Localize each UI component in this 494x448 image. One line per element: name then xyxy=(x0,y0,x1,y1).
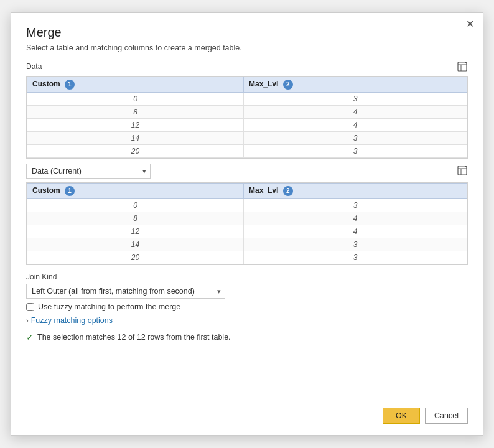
bottom-data-table: Custom 1 Max_Lvl 2 0384124143203 xyxy=(27,183,467,264)
table-cell: 3 xyxy=(243,145,467,158)
table-cell: 4 xyxy=(243,106,467,119)
top-data-table: Custom 1 Max_Lvl 2 0384124143203 xyxy=(27,77,467,158)
table-cell: 14 xyxy=(27,238,244,251)
footer-buttons: OK Cancel xyxy=(383,408,468,424)
join-kind-selector[interactable]: Left Outer (all from first, matching fro… xyxy=(26,284,225,299)
table-cell: 8 xyxy=(27,106,244,119)
bottom-table-icon[interactable] xyxy=(457,165,468,178)
bottom-table-section: Custom 1 Max_Lvl 2 0384124143203 xyxy=(26,182,468,265)
top-table-header-row: Custom 1 Max_Lvl 2 xyxy=(27,77,467,93)
table-cell: 3 xyxy=(243,132,467,145)
bottom-col1-header[interactable]: Custom 1 xyxy=(27,184,244,199)
table-cell: 20 xyxy=(27,145,244,158)
dialog-subtitle: Select a table and matching columns to c… xyxy=(26,44,468,52)
table-row: 203 xyxy=(27,145,467,158)
table-selector-wrapper: Data (Current) xyxy=(26,164,151,179)
top-col2-header[interactable]: Max_Lvl 2 xyxy=(243,77,467,93)
table-cell: 14 xyxy=(27,132,244,145)
top-col1-header[interactable]: Custom 1 xyxy=(27,77,244,93)
bottom-dropdown-row: Data (Current) xyxy=(26,164,468,179)
table-cell: 0 xyxy=(27,199,244,212)
dialog-title: Merge xyxy=(26,26,468,40)
table-cell: 8 xyxy=(27,212,244,225)
table-selector[interactable]: Data (Current) xyxy=(26,164,151,179)
table-row: 84 xyxy=(27,106,467,119)
status-row: ✓ The selection matches 12 of 12 rows fr… xyxy=(26,332,468,342)
table-cell: 3 xyxy=(243,251,467,264)
top-section-header: Data xyxy=(26,61,468,74)
table-cell: 3 xyxy=(243,238,467,251)
table-cell: 3 xyxy=(243,199,467,212)
bottom-table-header-row: Custom 1 Max_Lvl 2 xyxy=(27,184,467,199)
svg-rect-0 xyxy=(458,62,467,71)
top-table-section: Custom 1 Max_Lvl 2 0384124143203 xyxy=(26,76,468,159)
check-icon: ✓ xyxy=(26,332,34,342)
ok-button[interactable]: OK xyxy=(383,408,420,424)
table-cell: 4 xyxy=(243,119,467,132)
table-row: 84 xyxy=(27,212,467,225)
table-cell: 0 xyxy=(27,93,244,106)
table-cell: 4 xyxy=(243,225,467,238)
table-cell: 3 xyxy=(243,93,467,106)
table-row: 124 xyxy=(27,225,467,238)
table-cell: 12 xyxy=(27,119,244,132)
top-table-icon[interactable] xyxy=(457,61,468,74)
merge-dialog: ✕ Merge Select a table and matching colu… xyxy=(11,12,483,436)
table-cell: 4 xyxy=(243,212,467,225)
chevron-right-icon: › xyxy=(26,317,29,324)
fuzzy-checkbox-row: Use fuzzy matching to perform the merge xyxy=(26,302,468,311)
table-row: 03 xyxy=(27,93,467,106)
fuzzy-checkbox[interactable] xyxy=(26,303,34,311)
join-kind-section: Join Kind Left Outer (all from first, ma… xyxy=(26,273,468,299)
table-row: 143 xyxy=(27,238,467,251)
svg-rect-3 xyxy=(458,166,467,175)
status-text: The selection matches 12 of 12 rows from… xyxy=(37,333,231,342)
fuzzy-checkbox-label[interactable]: Use fuzzy matching to perform the merge xyxy=(38,302,180,311)
cancel-button[interactable]: Cancel xyxy=(425,408,468,424)
bottom-col2-header[interactable]: Max_Lvl 2 xyxy=(243,184,467,199)
fuzzy-options-row[interactable]: › Fuzzy matching options xyxy=(26,316,468,325)
table-row: 03 xyxy=(27,199,467,212)
join-kind-label: Join Kind xyxy=(26,273,468,281)
join-kind-wrapper: Left Outer (all from first, matching fro… xyxy=(26,284,225,299)
close-button[interactable]: ✕ xyxy=(466,19,474,29)
table-row: 203 xyxy=(27,251,467,264)
table-cell: 12 xyxy=(27,225,244,238)
table-row: 124 xyxy=(27,119,467,132)
table-cell: 20 xyxy=(27,251,244,264)
top-section-label: Data xyxy=(26,62,42,71)
table-row: 143 xyxy=(27,132,467,145)
fuzzy-options-label[interactable]: Fuzzy matching options xyxy=(31,316,113,325)
